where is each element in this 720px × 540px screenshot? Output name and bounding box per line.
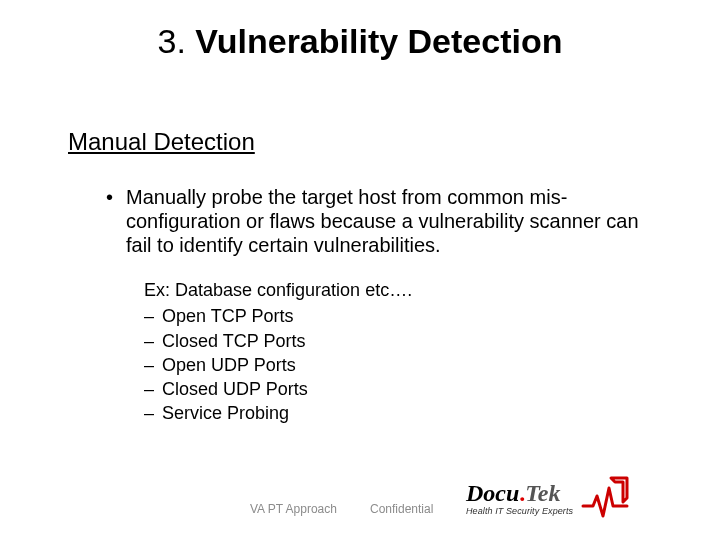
main-bullet: Manually probe the target host from comm… [106, 185, 646, 257]
list-item: Closed UDP Ports [144, 377, 624, 401]
dash-list: Open TCP Ports Closed TCP Ports Open UDP… [144, 304, 624, 425]
subheading: Manual Detection [68, 128, 255, 156]
title-text: Vulnerability Detection [195, 22, 562, 60]
footer-left: VA PT Approach [250, 502, 337, 516]
footer: VA PT Approach Confidential Docu.Tek Hea… [0, 482, 720, 522]
logo-text: Docu.Tek [466, 480, 573, 507]
logo-tagline: Health IT Security Experts [466, 506, 573, 516]
list-item: Service Probing [144, 401, 624, 425]
list-item: Closed TCP Ports [144, 329, 624, 353]
logo-part-tek: Tek [525, 480, 560, 507]
footer-confidential: Confidential [370, 502, 433, 516]
title-number: 3. [158, 22, 186, 60]
pulse-icon [581, 476, 629, 520]
list-item: Open UDP Ports [144, 353, 624, 377]
sub-block: Ex: Database configuration etc…. Open TC… [144, 278, 624, 426]
company-logo: Docu.Tek Health IT Security Experts [466, 476, 686, 522]
list-item: Open TCP Ports [144, 304, 624, 328]
example-label: Ex: Database configuration etc…. [144, 278, 624, 302]
slide-title: 3. Vulnerability Detection [0, 22, 720, 61]
body-text: Manually probe the target host from comm… [106, 185, 646, 257]
slide: 3. Vulnerability Detection Manual Detect… [0, 0, 720, 540]
logo-part-docu: Docu [466, 480, 519, 507]
